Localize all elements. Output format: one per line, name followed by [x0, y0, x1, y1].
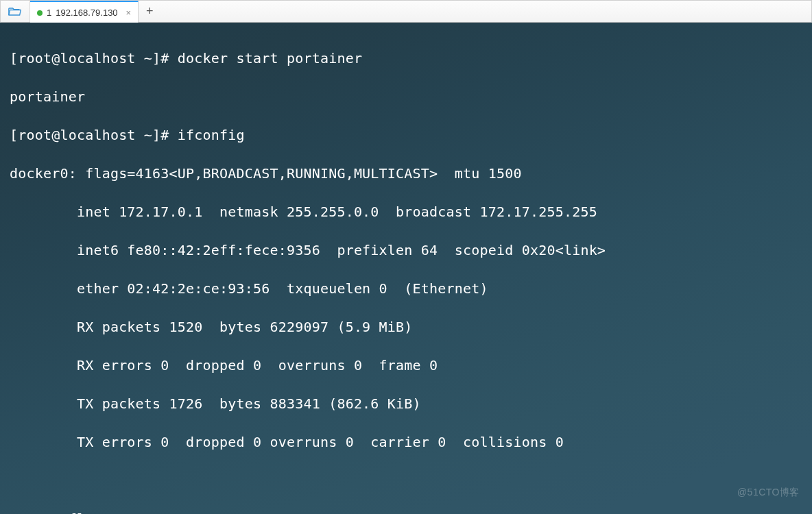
command-text: docker start portainer — [178, 50, 362, 66]
iface-docker0-header: docker0: flags=4163<UP,BROADCAST,RUNNING… — [10, 164, 805, 183]
plus-icon: + — [146, 4, 154, 19]
terminal-line: inet 172.17.0.1 netmask 255.255.0.0 broa… — [10, 202, 805, 221]
terminal-line: [root@localhost ~]# ifconfig — [10, 125, 805, 145]
terminal-line: RX errors 0 dropped 0 overruns 0 frame 0 — [10, 356, 805, 375]
status-dot-icon — [37, 10, 43, 16]
terminal-line: ether 02:42:2e:ce:93:56 txqueuelen 0 (Et… — [10, 279, 805, 298]
blank-line — [10, 471, 805, 490]
terminal-line: TX errors 0 dropped 0 overruns 0 carrier… — [10, 432, 805, 452]
tab-index: 1 — [47, 8, 51, 18]
tab-title: 192.168.79.130 — [56, 8, 117, 18]
add-tab-button[interactable]: + — [139, 1, 160, 22]
terminal-line: portainer — [10, 87, 805, 106]
watermark: @51CTO博客 — [737, 482, 800, 502]
session-tab[interactable]: 1 192.168.79.130 × — [30, 1, 139, 23]
folder-open-icon — [8, 7, 22, 16]
terminal-line: TX packets 1726 bytes 883341 (862.6 KiB) — [10, 394, 805, 413]
open-button[interactable] — [1, 1, 30, 22]
terminal-line: inet6 fe80::42:2eff:fece:9356 prefixlen … — [10, 241, 805, 260]
iface-ens33-header: ens33: flags=4163<UP,BROADCAST,RUNNING,M… — [10, 509, 805, 514]
terminal-line: RX packets 1520 bytes 6229097 (5.9 MiB) — [10, 317, 805, 336]
title-toolbar: 1 192.168.79.130 × + — [0, 0, 812, 23]
prompt: [root@localhost ~]# — [10, 127, 178, 143]
command-text: ifconfig — [178, 127, 245, 143]
terminal-line: [root@localhost ~]# docker start portain… — [10, 49, 805, 68]
prompt: [root@localhost ~]# — [10, 50, 178, 66]
terminal-output[interactable]: [root@localhost ~]# docker start portain… — [0, 23, 812, 514]
close-tab-button[interactable]: × — [126, 8, 132, 18]
